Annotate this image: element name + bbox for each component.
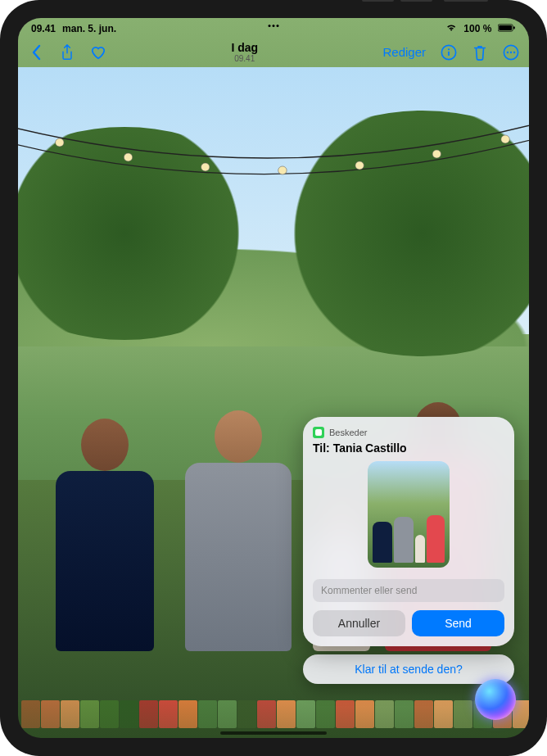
favorite-icon[interactable] bbox=[90, 44, 106, 61]
svg-rect-2 bbox=[514, 26, 516, 29]
nav-bar: I dag 09.41 Rediger bbox=[18, 34, 529, 66]
trash-icon[interactable] bbox=[472, 44, 488, 61]
siri-photo-preview bbox=[313, 461, 504, 568]
thumbnail[interactable] bbox=[218, 700, 237, 728]
share-icon[interactable] bbox=[59, 44, 75, 61]
svg-point-10 bbox=[55, 138, 63, 147]
back-icon[interactable] bbox=[28, 44, 44, 61]
send-button[interactable]: Send bbox=[412, 610, 504, 636]
thumbnail[interactable] bbox=[159, 700, 178, 728]
svg-point-11 bbox=[124, 153, 132, 161]
status-date: man. 5. jun. bbox=[62, 23, 116, 34]
power-button bbox=[444, 0, 488, 2]
thumbnail[interactable] bbox=[21, 700, 40, 728]
svg-rect-1 bbox=[500, 25, 513, 30]
more-icon[interactable] bbox=[503, 44, 519, 61]
thumbnail[interactable] bbox=[257, 700, 276, 728]
battery-percent: 100 % bbox=[463, 23, 491, 34]
thumbnail[interactable] bbox=[41, 700, 60, 728]
thumbnail[interactable] bbox=[296, 700, 315, 728]
info-icon[interactable] bbox=[441, 44, 457, 61]
svg-point-15 bbox=[432, 150, 441, 158]
svg-point-4 bbox=[448, 48, 450, 50]
siri-comment-placeholder: Kommenter eller send bbox=[321, 585, 417, 596]
page-title: I dag bbox=[231, 41, 258, 54]
svg-point-16 bbox=[500, 135, 509, 143]
siri-comment-input[interactable]: Kommenter eller send bbox=[313, 579, 504, 602]
string-lights bbox=[18, 118, 529, 216]
svg-point-12 bbox=[201, 163, 209, 171]
thumbnail[interactable] bbox=[434, 700, 453, 728]
thumbnail[interactable] bbox=[355, 700, 374, 728]
status-time: 09.41 bbox=[31, 23, 56, 34]
siri-to-prefix: Til: bbox=[313, 441, 330, 455]
thumbnail[interactable] bbox=[139, 700, 158, 728]
thumbnail[interactable] bbox=[336, 700, 355, 728]
screen: 09.41 man. 5. jun. 100 % bbox=[18, 18, 529, 738]
cancel-button[interactable]: Annuller bbox=[313, 610, 405, 636]
thumbnail[interactable] bbox=[120, 700, 138, 728]
svg-rect-5 bbox=[448, 51, 450, 55]
siri-followup-prompt[interactable]: Klar til at sende den? bbox=[303, 654, 514, 684]
thumbnail[interactable] bbox=[237, 700, 256, 728]
svg-point-9 bbox=[513, 51, 515, 52]
siri-overlay: Beskeder Til: Tania Castillo Kommenter e… bbox=[303, 417, 514, 684]
messages-app-icon bbox=[313, 427, 324, 438]
thumbnail[interactable] bbox=[100, 700, 119, 728]
thumbnail[interactable] bbox=[375, 700, 394, 728]
svg-point-7 bbox=[507, 51, 509, 52]
thumbnail[interactable] bbox=[414, 700, 433, 728]
volume-buttons bbox=[362, 0, 432, 2]
thumbnail[interactable] bbox=[80, 700, 99, 728]
thumbnail[interactable] bbox=[316, 700, 335, 728]
siri-orb-icon[interactable] bbox=[475, 679, 516, 720]
thumbnail[interactable] bbox=[198, 700, 217, 728]
thumbnail[interactable] bbox=[179, 700, 197, 728]
siri-app-name: Beskeder bbox=[329, 428, 367, 437]
edit-button[interactable]: Rediger bbox=[382, 45, 426, 59]
page-subtitle: 09.41 bbox=[231, 54, 258, 63]
thumbnail[interactable] bbox=[61, 700, 79, 728]
multitask-dots[interactable] bbox=[269, 25, 279, 27]
thumbnail[interactable] bbox=[395, 700, 414, 728]
thumbnail[interactable] bbox=[454, 700, 472, 728]
wifi-icon bbox=[445, 23, 457, 34]
siri-messages-card: Beskeder Til: Tania Castillo Kommenter e… bbox=[303, 417, 514, 646]
thumbnail-strip[interactable] bbox=[18, 700, 529, 728]
ipad-frame: 09.41 man. 5. jun. 100 % bbox=[0, 0, 547, 756]
status-bar: 09.41 man. 5. jun. 100 % bbox=[18, 18, 529, 34]
siri-recipient: Tania Castillo bbox=[333, 441, 407, 455]
battery-icon bbox=[498, 23, 516, 34]
svg-point-14 bbox=[355, 161, 363, 170]
svg-point-13 bbox=[278, 166, 286, 174]
home-indicator[interactable] bbox=[220, 731, 327, 735]
svg-point-8 bbox=[510, 51, 512, 52]
thumbnail[interactable] bbox=[277, 700, 296, 728]
